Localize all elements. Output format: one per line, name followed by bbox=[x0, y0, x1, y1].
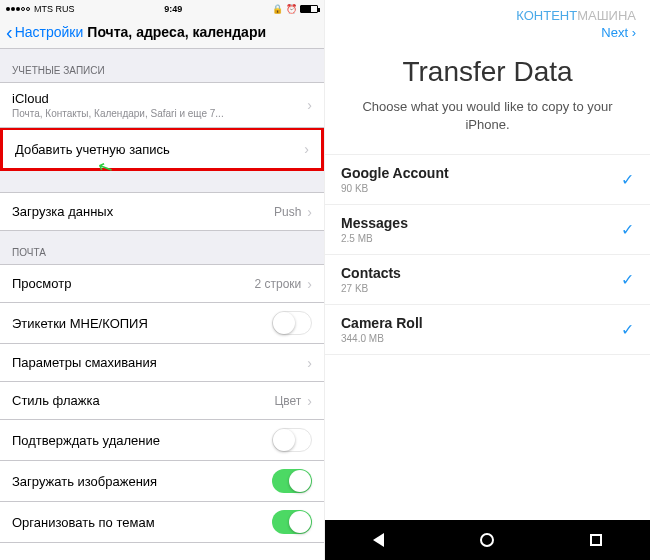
cc-labels-row[interactable]: Этикетки МНЕ/КОПИЯ bbox=[0, 303, 324, 344]
status-time: 9:49 bbox=[75, 4, 273, 14]
page-subtitle: Choose what you would like to copy to yo… bbox=[325, 88, 650, 154]
preview-value: 2 строки bbox=[255, 277, 302, 291]
nav-recent-icon[interactable] bbox=[590, 534, 602, 546]
transfer-item-camera-roll[interactable]: Camera Roll 344.0 MB ✓ bbox=[325, 305, 650, 355]
transfer-list: Google Account 90 KB ✓ Messages 2.5 MB ✓… bbox=[325, 154, 650, 355]
organize-thread-switch[interactable] bbox=[272, 510, 312, 534]
carrier-label: MTS RUS bbox=[34, 4, 75, 14]
chevron-right-icon: › bbox=[304, 141, 309, 157]
check-icon: ✓ bbox=[621, 320, 634, 339]
section-mail-header: ПОЧТА bbox=[0, 231, 324, 265]
group-separator bbox=[0, 171, 324, 193]
next-label: Next bbox=[601, 25, 628, 40]
swipe-label: Параметры смахивания bbox=[12, 355, 307, 370]
next-button[interactable]: Next › bbox=[325, 25, 650, 42]
item-size: 27 KB bbox=[341, 283, 621, 294]
cc-labels-label: Этикетки МНЕ/КОПИЯ bbox=[12, 316, 272, 331]
item-size: 2.5 MB bbox=[341, 233, 621, 244]
check-icon: ✓ bbox=[621, 220, 634, 239]
ios-navbar: ‹ Настройки Почта, адреса, календари bbox=[0, 18, 324, 49]
flag-label: Стиль флажка bbox=[12, 393, 274, 408]
load-images-label: Загружать изображения bbox=[12, 474, 272, 489]
android-transfer-screen: КОНТЕНТМАШИНА Next › Transfer Data Choos… bbox=[325, 0, 650, 560]
check-icon: ✓ bbox=[621, 270, 634, 289]
transfer-item-messages[interactable]: Messages 2.5 MB ✓ bbox=[325, 205, 650, 255]
icloud-row[interactable]: iCloud Почта, Контакты, Календари, Safar… bbox=[0, 83, 324, 128]
icloud-subtitle: Почта, Контакты, Календари, Safari и еще… bbox=[12, 108, 307, 119]
add-account-row[interactable]: Добавить учетную запись › ↖ bbox=[3, 130, 321, 168]
chevron-right-icon: › bbox=[307, 393, 312, 409]
signal-dots-icon bbox=[6, 7, 30, 11]
cc-labels-switch[interactable] bbox=[272, 311, 312, 335]
orientation-lock-icon: 🔒 bbox=[272, 4, 283, 14]
item-size: 344.0 MB bbox=[341, 333, 621, 344]
brand-part-2: МАШИНА bbox=[577, 8, 636, 23]
status-bar: MTS RUS 9:49 🔒 ⏰ bbox=[0, 0, 324, 18]
chevron-left-icon: ‹ bbox=[6, 25, 13, 39]
icloud-title: iCloud bbox=[12, 91, 307, 106]
organize-thread-label: Организовать по темам bbox=[12, 515, 272, 530]
back-button[interactable]: ‹ Настройки bbox=[6, 24, 83, 40]
section-accounts-header: УЧЕТНЫЕ ЗАПИСИ bbox=[0, 49, 324, 83]
chevron-right-icon: › bbox=[307, 204, 312, 220]
swipe-options-row[interactable]: Параметры смахивания › bbox=[0, 344, 324, 382]
brand-part-1: КОНТЕНТ bbox=[516, 8, 577, 23]
alarm-icon: ⏰ bbox=[286, 4, 297, 14]
page-title: Transfer Data bbox=[325, 56, 650, 88]
item-title: Contacts bbox=[341, 265, 621, 281]
watermark: КОНТЕНТМАШИНА bbox=[325, 0, 650, 25]
chevron-right-icon: › bbox=[307, 276, 312, 292]
chevron-right-icon: › bbox=[307, 97, 312, 113]
item-title: Camera Roll bbox=[341, 315, 621, 331]
nav-title: Почта, адреса, календари bbox=[87, 24, 266, 40]
nav-home-icon[interactable] bbox=[480, 533, 494, 547]
nav-back-icon[interactable] bbox=[373, 533, 384, 547]
chevron-right-icon: › bbox=[632, 25, 636, 40]
confirm-delete-switch[interactable] bbox=[272, 428, 312, 452]
preview-row[interactable]: Просмотр 2 строки › bbox=[0, 265, 324, 303]
transfer-item-google[interactable]: Google Account 90 KB ✓ bbox=[325, 155, 650, 205]
confirm-delete-label: Подтверждать удаление bbox=[12, 433, 272, 448]
fetch-value: Push bbox=[274, 205, 301, 219]
item-size: 90 KB bbox=[341, 183, 621, 194]
back-label: Настройки bbox=[15, 24, 84, 40]
transfer-item-contacts[interactable]: Contacts 27 KB ✓ bbox=[325, 255, 650, 305]
fetch-data-row[interactable]: Загрузка данных Push › bbox=[0, 193, 324, 231]
highlight-annotation: Добавить учетную запись › ↖ bbox=[0, 127, 324, 171]
add-account-label: Добавить учетную запись bbox=[15, 142, 304, 157]
battery-icon bbox=[300, 5, 318, 13]
load-images-row[interactable]: Загружать изображения bbox=[0, 461, 324, 502]
flag-value: Цвет bbox=[274, 394, 301, 408]
fetch-label: Загрузка данных bbox=[12, 204, 274, 219]
flag-style-row[interactable]: Стиль флажка Цвет › bbox=[0, 382, 324, 420]
android-navbar bbox=[325, 520, 650, 560]
preview-label: Просмотр bbox=[12, 276, 255, 291]
load-images-switch[interactable] bbox=[272, 469, 312, 493]
check-icon: ✓ bbox=[621, 170, 634, 189]
item-title: Google Account bbox=[341, 165, 621, 181]
organize-thread-row[interactable]: Организовать по темам bbox=[0, 502, 324, 543]
confirm-delete-row[interactable]: Подтверждать удаление bbox=[0, 420, 324, 461]
item-title: Messages bbox=[341, 215, 621, 231]
chevron-right-icon: › bbox=[307, 355, 312, 371]
ios-settings-screen: MTS RUS 9:49 🔒 ⏰ ‹ Настройки Почта, адре… bbox=[0, 0, 325, 560]
